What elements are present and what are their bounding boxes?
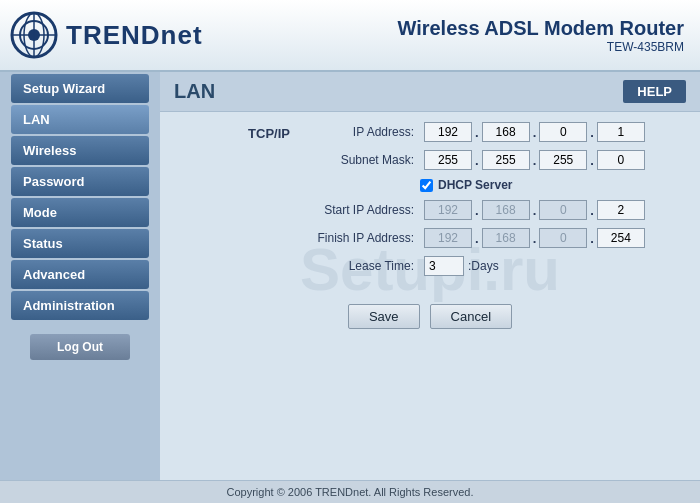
- lease-time-label: Lease Time:: [300, 259, 420, 273]
- subnet-dot-1: .: [475, 153, 479, 168]
- button-row: Save Cancel: [160, 304, 700, 339]
- sidebar-item-lan[interactable]: LAN: [11, 105, 149, 134]
- finish-dot-3: .: [590, 231, 594, 246]
- finish-ip-group: . . .: [424, 228, 645, 248]
- product-title: Wireless ADSL Modem Router: [397, 17, 684, 40]
- start-dot-2: .: [533, 203, 537, 218]
- ip-address-label: IP Address:: [300, 125, 420, 139]
- ip-address-octet3[interactable]: [539, 122, 587, 142]
- main-layout: Setup Wizard LAN Wireless Password Mode …: [0, 72, 700, 480]
- subnet-mask-group: . . .: [424, 150, 645, 170]
- finish-ip-octet4[interactable]: [597, 228, 645, 248]
- header: TRENDnet Wireless ADSL Modem Router TEW-…: [0, 0, 700, 72]
- content-area: Setupi.ru LAN HELP TCP/IP IP Address: . …: [160, 72, 700, 480]
- dhcp-server-row: DHCP Server: [300, 178, 700, 192]
- subnet-mask-row: Subnet Mask: . . .: [300, 150, 700, 170]
- footer: Copyright © 2006 TRENDnet. All Rights Re…: [0, 480, 700, 503]
- finish-dot-1: .: [475, 231, 479, 246]
- lease-time-unit: :Days: [468, 259, 499, 273]
- start-ip-label: Start IP Address:: [300, 203, 420, 217]
- subnet-dot-2: .: [533, 153, 537, 168]
- subnet-mask-octet1[interactable]: [424, 150, 472, 170]
- dhcp-checkbox[interactable]: [420, 179, 433, 192]
- start-ip-octet3[interactable]: [539, 200, 587, 220]
- logo-area: TRENDnet: [10, 11, 203, 59]
- start-ip-octet4[interactable]: [597, 200, 645, 220]
- save-button[interactable]: Save: [348, 304, 420, 329]
- finish-ip-label: Finish IP Address:: [300, 231, 420, 245]
- ip-dot-2: .: [533, 125, 537, 140]
- subnet-mask-label: Subnet Mask:: [300, 153, 420, 167]
- sidebar-item-setup-wizard[interactable]: Setup Wizard: [11, 74, 149, 103]
- form-fields: IP Address: . . . Subnet Mask:: [300, 122, 700, 284]
- finish-dot-2: .: [533, 231, 537, 246]
- subnet-dot-3: .: [590, 153, 594, 168]
- start-ip-group: . . .: [424, 200, 645, 220]
- start-ip-octet2[interactable]: [482, 200, 530, 220]
- ip-address-octet4[interactable]: [597, 122, 645, 142]
- logout-button[interactable]: Log Out: [30, 334, 130, 360]
- tcp-ip-label: TCP/IP: [160, 122, 300, 284]
- ip-dot-1: .: [475, 125, 479, 140]
- sidebar-item-mode[interactable]: Mode: [11, 198, 149, 227]
- dhcp-server-label: DHCP Server: [438, 178, 512, 192]
- subnet-mask-octet2[interactable]: [482, 150, 530, 170]
- sidebar-item-password[interactable]: Password: [11, 167, 149, 196]
- help-button[interactable]: HELP: [623, 80, 686, 103]
- finish-ip-row: Finish IP Address: . . .: [300, 228, 700, 248]
- ip-address-group: . . .: [424, 122, 645, 142]
- ip-address-row: IP Address: . . .: [300, 122, 700, 142]
- start-ip-row: Start IP Address: . . .: [300, 200, 700, 220]
- sidebar: Setup Wizard LAN Wireless Password Mode …: [0, 72, 160, 480]
- content-header: LAN HELP: [160, 72, 700, 112]
- cancel-button[interactable]: Cancel: [430, 304, 512, 329]
- logo-text: TRENDnet: [66, 20, 203, 51]
- ip-address-octet2[interactable]: [482, 122, 530, 142]
- page-title: LAN: [174, 80, 215, 103]
- lease-time-row: Lease Time: :Days: [300, 256, 700, 276]
- ip-dot-3: .: [590, 125, 594, 140]
- trendnet-logo-icon: [10, 11, 58, 59]
- product-model: TEW-435BRM: [397, 40, 684, 54]
- start-ip-octet1[interactable]: [424, 200, 472, 220]
- lease-time-input[interactable]: [424, 256, 464, 276]
- ip-address-octet1[interactable]: [424, 122, 472, 142]
- finish-ip-octet3[interactable]: [539, 228, 587, 248]
- sidebar-item-wireless[interactable]: Wireless: [11, 136, 149, 165]
- start-dot-1: .: [475, 203, 479, 218]
- sidebar-item-status[interactable]: Status: [11, 229, 149, 258]
- sidebar-item-administration[interactable]: Administration: [11, 291, 149, 320]
- product-info: Wireless ADSL Modem Router TEW-435BRM: [397, 17, 684, 54]
- finish-ip-octet2[interactable]: [482, 228, 530, 248]
- start-dot-3: .: [590, 203, 594, 218]
- subnet-mask-octet4[interactable]: [597, 150, 645, 170]
- footer-text: Copyright © 2006 TRENDnet. All Rights Re…: [227, 486, 474, 498]
- form-area: TCP/IP IP Address: . . .: [160, 112, 700, 294]
- finish-ip-octet1[interactable]: [424, 228, 472, 248]
- subnet-mask-octet3[interactable]: [539, 150, 587, 170]
- sidebar-item-advanced[interactable]: Advanced: [11, 260, 149, 289]
